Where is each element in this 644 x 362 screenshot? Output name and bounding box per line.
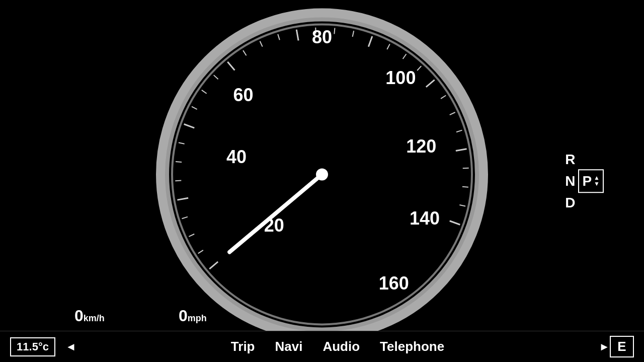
gear-d: D [565,193,604,212]
svg-line-8 [175,180,181,181]
gear-p: P [582,171,592,191]
svg-line-17 [260,41,263,46]
speed-label-160: 160 [379,273,409,294]
speed-kmh-display: 0km/h [74,307,105,325]
nav-prev-button[interactable]: ◄ [65,340,76,353]
speed-label-120: 120 [406,136,436,157]
odo-reading: 13388 miles [295,215,349,227]
svg-line-26 [417,66,421,70]
nav-item-audio[interactable]: Audio [323,339,360,354]
svg-line-24 [387,44,390,49]
svg-line-22 [353,31,354,37]
svg-line-23 [368,36,372,47]
svg-line-30 [456,130,462,132]
speed-kmh-unit: km/h [84,313,105,323]
svg-line-6 [182,216,188,219]
bottom-bar: 11.5°c ◄ Trip Navi Audio Telephone ► E [0,331,644,362]
svg-line-32 [463,168,469,168]
speed-label-140: 140 [410,208,440,229]
speedometer: 20 40 60 80 100 120 140 160 0.0 miles 13… [151,3,493,345]
svg-line-18 [278,34,280,39]
nav-item-trip[interactable]: Trip [231,339,255,354]
svg-line-5 [189,234,194,236]
svg-line-11 [184,124,195,128]
svg-line-21 [334,28,335,34]
svg-line-3 [209,261,218,268]
nav-item-telephone[interactable]: Telephone [380,339,444,354]
svg-line-34 [459,205,465,206]
svg-point-37 [316,168,328,180]
temperature-display: 11.5°c [10,337,55,356]
speed-label-20: 20 [264,215,284,236]
svg-line-33 [462,186,468,187]
nav-next-button[interactable]: ► [599,340,610,353]
speed-label-40: 40 [226,147,247,168]
gear-n: N [565,171,575,191]
svg-line-29 [450,112,455,114]
svg-line-10 [179,142,185,144]
svg-line-35 [450,221,460,225]
svg-line-27 [426,80,435,87]
e-indicator: E [610,336,634,357]
svg-line-4 [198,250,203,253]
trip-reading: 0.0 miles [295,201,349,213]
gear-r: R [565,150,604,169]
svg-line-16 [243,50,246,55]
svg-line-28 [441,95,446,98]
svg-line-25 [403,54,407,59]
speed-kmh-value: 0 [74,307,84,325]
speed-label-60: 60 [233,85,254,106]
svg-line-13 [202,90,207,93]
svg-line-9 [176,161,182,162]
speed-label-80: 80 [312,27,332,48]
gear-arrows: ▲ ▼ [594,175,600,187]
svg-line-7 [177,198,188,200]
speed-label-100: 100 [385,67,416,89]
gear-indicator: R N P ▲ ▼ D [565,150,604,213]
speed-mph-unit: mph [188,313,207,323]
speedo-svg [151,3,493,345]
gear-p-box: P ▲ ▼ [578,169,604,193]
svg-line-12 [192,106,197,109]
speed-mph-display: 0mph [179,307,207,325]
svg-line-31 [456,149,467,151]
nav-item-navi[interactable]: Navi [275,339,303,354]
svg-line-14 [214,75,218,79]
nav-items: Trip Navi Audio Telephone [76,339,599,354]
svg-line-19 [296,29,298,40]
svg-line-15 [227,61,234,70]
speed-mph-value: 0 [179,307,188,325]
